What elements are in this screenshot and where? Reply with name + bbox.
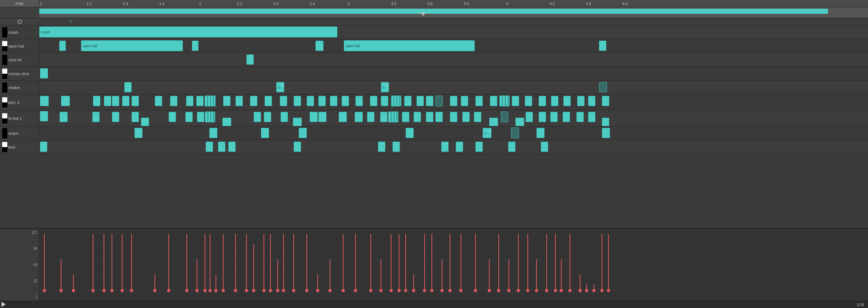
note-openhat-5[interactable]: open hat (344, 40, 475, 51)
note-hh-24[interactable] (414, 112, 421, 122)
note-shaker-3[interactable]: s (381, 82, 389, 92)
note-crash-1[interactable]: crash (39, 27, 337, 37)
note-perc2-15[interactable] (250, 96, 257, 106)
note-kick-3[interactable] (218, 142, 225, 152)
note-perc2-1[interactable] (40, 96, 49, 106)
note-hh-19[interactable] (355, 112, 363, 122)
note-perc2-24[interactable] (370, 96, 377, 106)
track-content-hihat1[interactable] (39, 110, 868, 126)
note-perc2-3[interactable] (93, 96, 100, 106)
note-hh-32[interactable] (515, 118, 524, 126)
note-perc2-33[interactable] (475, 96, 483, 106)
note-kick-5[interactable] (294, 142, 301, 152)
note-perc2-40[interactable] (563, 96, 571, 106)
note-hh-15[interactable] (293, 118, 302, 126)
note-kick-2[interactable] (206, 142, 213, 152)
note-openhat-4[interactable] (316, 41, 324, 51)
note-hh-29[interactable] (474, 112, 481, 122)
note-snare-8[interactable] (537, 128, 544, 138)
note-hh-9[interactable] (197, 112, 204, 122)
note-perc2-17[interactable] (280, 96, 287, 106)
note-perc2-4[interactable] (104, 96, 111, 106)
note-hh-39[interactable] (602, 118, 609, 126)
fold-button[interactable]: Fold (0, 0, 39, 7)
note-hh-28[interactable] (462, 112, 470, 122)
note-perc2-38[interactable] (539, 96, 546, 106)
note-perc2-29[interactable] (426, 96, 433, 106)
note-kick-7[interactable] (393, 142, 400, 152)
note-perc2-2[interactable] (61, 96, 70, 106)
note-hh-35[interactable] (550, 112, 558, 122)
note-openhat-1[interactable] (59, 41, 66, 51)
track-content-crash[interactable]: crash (39, 25, 868, 39)
note-perc2-23[interactable] (355, 96, 363, 106)
note-snare-1[interactable] (134, 128, 142, 138)
note-perc2-18[interactable] (294, 96, 301, 106)
note-hh-5[interactable] (132, 112, 139, 122)
note-hh-1[interactable] (40, 111, 48, 121)
note-kick-12[interactable] (541, 142, 548, 152)
note-hh-20[interactable] (367, 112, 374, 122)
note-perc2-22[interactable] (342, 96, 349, 106)
note-shaker-4[interactable]: s (599, 82, 607, 92)
note-kick-4[interactable] (228, 142, 236, 152)
note-openhat-2[interactable]: open hat (81, 40, 183, 51)
note-hh-18[interactable] (339, 112, 347, 122)
track-content-open-hat[interactable]: open hat open hat (39, 39, 868, 53)
note-hh-36[interactable] (563, 112, 570, 122)
note-hh-8[interactable] (185, 112, 193, 122)
note-snare-4[interactable] (299, 128, 307, 138)
note-perc2-37[interactable] (525, 96, 532, 106)
note-kick-9[interactable] (456, 142, 463, 152)
note-perc2-8[interactable] (155, 96, 162, 106)
note-hh-14[interactable] (281, 112, 288, 122)
note-hh-2[interactable] (60, 112, 68, 122)
note-perc2-7[interactable] (132, 96, 139, 106)
note-perc2-13[interactable] (223, 96, 230, 106)
track-content-shaker[interactable]: s s s (39, 81, 868, 94)
note-openhat-3[interactable] (192, 41, 198, 51)
note-perc2-20[interactable] (318, 96, 326, 106)
note-kick-1[interactable] (40, 142, 47, 152)
note-perc2-34[interactable] (490, 96, 497, 106)
note-money-shot-1[interactable] (40, 68, 48, 78)
note-snare-2[interactable] (209, 128, 217, 138)
note-perc2-16[interactable] (265, 96, 272, 106)
note-hh-6[interactable] (141, 118, 149, 126)
note-hh-33[interactable] (526, 112, 533, 122)
note-perc2-25[interactable] (381, 96, 388, 106)
loop-circle[interactable] (17, 20, 22, 24)
note-perc2-28[interactable] (417, 96, 424, 106)
note-hh-10[interactable] (205, 112, 215, 122)
playhead-area[interactable] (39, 7, 868, 18)
note-hh-34[interactable] (539, 112, 546, 122)
track-content-kick[interactable] (39, 140, 868, 154)
track-content-money-shot[interactable] (39, 67, 868, 80)
note-snare-5[interactable] (406, 128, 414, 138)
note-shaker-1[interactable] (124, 82, 132, 92)
note-hh-13[interactable] (264, 112, 271, 122)
note-perc2-32[interactable] (461, 96, 468, 106)
note-snare-9[interactable] (602, 128, 610, 138)
note-perc2-39[interactable] (551, 96, 558, 106)
note-hh-3[interactable] (92, 112, 100, 122)
note-perc2-10[interactable] (186, 96, 193, 106)
note-snare-7[interactable] (511, 127, 519, 138)
note-hh-22[interactable] (388, 112, 398, 122)
play-button[interactable] (1, 302, 9, 308)
track-content-snare[interactable]: s (39, 126, 868, 140)
note-kick-6[interactable] (378, 142, 385, 152)
note-perc2-11[interactable] (196, 96, 204, 106)
note-perc2-26[interactable] (391, 96, 401, 106)
note-snare-6[interactable]: s (483, 128, 491, 138)
note-perc2-36[interactable] (512, 96, 519, 106)
note-hh-7[interactable] (169, 112, 176, 122)
note-hh-38[interactable] (588, 112, 595, 122)
track-content-verb-hit[interactable] (39, 53, 868, 66)
note-perc2-27[interactable] (404, 96, 411, 106)
note-kick-10[interactable] (475, 142, 483, 152)
note-hh-17[interactable] (318, 112, 326, 122)
velocity-area[interactable] (39, 229, 868, 301)
note-verbhit-1[interactable] (246, 54, 254, 65)
note-perc2-5[interactable] (112, 96, 119, 106)
